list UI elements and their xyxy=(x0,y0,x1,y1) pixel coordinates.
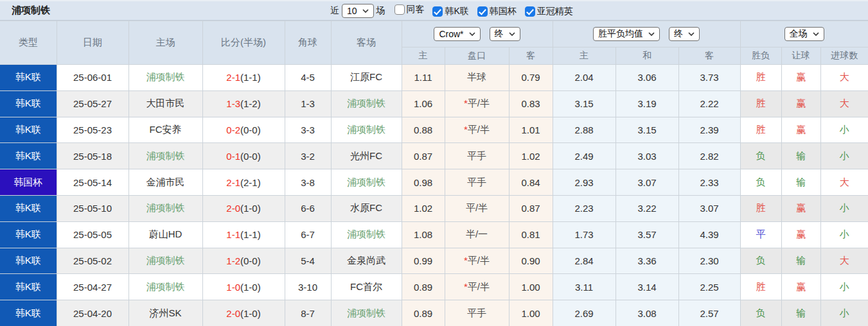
crown-home-odds-cell: 1.11 xyxy=(402,65,445,91)
home-team-name: 蔚山HD xyxy=(149,228,182,239)
home-team-name: 浦项制铁 xyxy=(146,281,185,292)
away-team-name: 光州FC xyxy=(350,150,382,161)
chevron-down-icon xyxy=(509,32,515,36)
avg-draw-odds-cell: 3.15 xyxy=(616,117,678,143)
avg-home-odds-cell: 3.11 xyxy=(553,274,616,300)
score-cell: 0-2(0-0) xyxy=(202,117,285,143)
fulltime-score: 2-1 xyxy=(226,72,240,83)
chevron-down-icon xyxy=(648,32,655,36)
goals-over-under-cell: 小 xyxy=(820,143,868,169)
score-cell: 2-0(1-0) xyxy=(202,195,285,221)
away-team-name: 江原FC xyxy=(350,71,382,82)
avg-away-odds-cell: 3.73 xyxy=(678,65,740,91)
col-header-date: 日期 xyxy=(57,21,128,65)
subheader-avg-away: 客 xyxy=(678,47,740,65)
home-team-name: 金浦市民 xyxy=(146,176,185,187)
handicap-result-cell: 输 xyxy=(781,248,820,274)
date-cell: 25-04-27 xyxy=(57,274,128,300)
match-row: 韩K联 25-05-05 蔚山HD 1-1(1-1) 6-7 浦项制铁 1.08… xyxy=(0,221,868,248)
goals-over-under-cell: 小 xyxy=(820,221,868,248)
match-row: 韩国杯 25-05-14 金浦市民 2-1(2-1) 3-8 浦项制铁 0.98… xyxy=(0,169,868,196)
crown-company-select[interactable]: Crow* xyxy=(434,27,480,41)
checkbox-icon[interactable] xyxy=(477,6,488,17)
handicap-text: 平/半 xyxy=(466,202,488,213)
avg-away-odds-cell: 2.25 xyxy=(678,274,740,300)
away-team-cell: 光州FC xyxy=(331,143,402,169)
handicap-text: 半球 xyxy=(467,71,486,82)
halftime-score: (0-0) xyxy=(240,124,261,135)
subheader-result-handicap: 让球 xyxy=(781,47,820,65)
chevron-down-icon xyxy=(362,9,369,13)
avg-home-odds-cell: 3.15 xyxy=(553,90,616,117)
avg-draw-odds-cell: 3.03 xyxy=(616,143,678,169)
home-team-name: 浦项制铁 xyxy=(146,71,185,82)
avg-final-value: 终 xyxy=(674,28,683,40)
avg-draw-odds-cell: 3.19 xyxy=(616,90,678,117)
win-loss-cell: 胜 xyxy=(740,274,781,300)
crown-away-odds-cell: 1.00 xyxy=(509,300,553,326)
avg-draw-odds-cell: 3.22 xyxy=(616,195,678,221)
goals-over-under-cell: 大 xyxy=(820,169,868,196)
crown-odds-group-header: Crow* 终 xyxy=(402,21,553,47)
goals-over-under-cell: 小 xyxy=(820,195,868,221)
date-cell: 25-06-01 xyxy=(57,65,128,91)
avg-final-select[interactable]: 终 xyxy=(669,27,700,41)
chevron-down-icon xyxy=(469,32,475,36)
handicap-result-cell: 赢 xyxy=(781,221,820,248)
goals-over-under-cell: 小 xyxy=(820,117,868,143)
checkbox-icon[interactable] xyxy=(432,6,443,17)
avg-odds-select[interactable]: 胜平负均值 xyxy=(593,27,660,41)
match-row: 韩K联 25-05-10 浦项制铁 2-0(1-0) 6-6 水原FC 1.02… xyxy=(0,195,868,221)
corner-cell: 3-8 xyxy=(285,169,331,196)
col-header-score: 比分(半场) xyxy=(202,21,285,65)
halftime-score: (1-0) xyxy=(240,282,261,293)
corner-cell: 6-6 xyxy=(285,195,331,221)
away-team-name: 浦项制铁 xyxy=(347,307,385,318)
date-cell: 25-05-27 xyxy=(57,90,128,117)
away-team-cell: 浦项制铁 xyxy=(331,90,402,117)
win-loss-cell: 胜 xyxy=(740,65,781,91)
handicap-result-cell: 输 xyxy=(781,300,820,326)
halftime-score: (2-1) xyxy=(240,177,261,188)
crown-away-odds-cell: 0.83 xyxy=(509,90,553,117)
corner-cell: 3-10 xyxy=(285,274,331,300)
corner-cell: 3-2 xyxy=(285,143,331,169)
away-team-name: 浦项制铁 xyxy=(347,124,385,135)
filter-checkbox-item[interactable]: 韩国杯 xyxy=(477,6,517,17)
filter-checkbox-item[interactable]: 韩K联 xyxy=(432,6,468,17)
match-count-select[interactable]: 10 xyxy=(342,4,374,18)
crown-handicap-cell: 平手 xyxy=(445,300,509,326)
checkbox-icon[interactable] xyxy=(525,6,535,17)
team-title: 浦项制铁 xyxy=(0,4,50,17)
goals-over-under-cell: 小 xyxy=(820,300,868,326)
handicap-text: 平手 xyxy=(467,307,486,318)
crown-home-odds-cell: 0.87 xyxy=(402,143,445,169)
home-team-cell: 浦项制铁 xyxy=(128,143,202,169)
match-row: 韩K联 25-04-20 济州SK 2-0(1-0) 8-7 浦项制铁 0.89… xyxy=(0,300,868,326)
away-team-name: 水原FC xyxy=(350,202,382,213)
chevron-down-icon xyxy=(688,32,695,36)
halftime-score: (1-0) xyxy=(240,203,261,214)
goals-over-under-cell: 大 xyxy=(820,248,868,274)
full-match-select[interactable]: 全场 xyxy=(784,27,824,41)
handicap-text: 平/半 xyxy=(468,255,490,266)
crown-home-odds-cell: 1.02 xyxy=(402,195,445,221)
match-row: 韩K联 25-04-27 浦项制铁 1-0(1-0) 3-10 FC首尔 0.8… xyxy=(0,274,868,300)
filter-label: 韩国杯 xyxy=(490,6,517,17)
avg-away-odds-cell: 2.39 xyxy=(678,117,740,143)
checkbox-icon[interactable] xyxy=(394,4,405,15)
match-row: 韩K联 25-05-18 浦项制铁 0-1(0-0) 3-2 光州FC 0.87… xyxy=(0,143,868,169)
win-loss-cell: 胜 xyxy=(740,90,781,117)
avg-draw-odds-cell: 3.14 xyxy=(616,274,678,300)
crown-handicap-cell: 半/一 xyxy=(445,221,509,248)
home-team-cell: 浦项制铁 xyxy=(128,65,202,91)
away-team-name: 金泉尚武 xyxy=(347,255,385,266)
crown-final-select[interactable]: 终 xyxy=(490,27,520,41)
avg-away-odds-cell: 2.82 xyxy=(678,143,740,169)
away-team-name: 浦项制铁 xyxy=(347,176,385,187)
filter-checkbox-item[interactable]: 亚冠精英 xyxy=(525,6,573,17)
win-loss-cell: 胜 xyxy=(740,117,781,143)
avg-home-odds-cell: 2.88 xyxy=(553,117,616,143)
filter-checkbox-item[interactable]: 同客 xyxy=(394,4,425,15)
avg-home-odds-cell: 2.23 xyxy=(553,195,616,221)
